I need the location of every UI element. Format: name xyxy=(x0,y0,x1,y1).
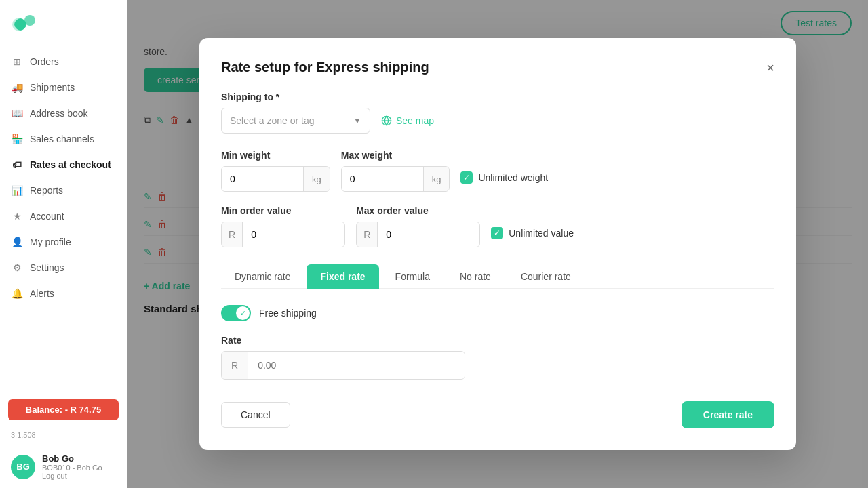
min-weight-label: Min weight xyxy=(221,150,330,161)
rate-label: Rate xyxy=(221,335,774,346)
shipping-to-row: Select a zone or tag ▼ See map xyxy=(221,108,774,134)
tag-icon: 🏷 xyxy=(11,159,23,171)
modal-overlay: Rate setup for Express shipping × Shippi… xyxy=(127,0,868,488)
unlimited-weight-label: Unlimited weight xyxy=(478,172,548,183)
toggle-check-icon: ✓ xyxy=(240,310,245,317)
rate-prefix: R xyxy=(222,352,248,379)
min-order-label: Min order value xyxy=(221,205,345,216)
globe-icon xyxy=(381,115,392,126)
max-weight-input-wrap: kg xyxy=(341,166,450,192)
max-order-input-wrap: R xyxy=(356,222,480,247)
min-weight-input[interactable] xyxy=(222,167,303,191)
rate-input[interactable] xyxy=(248,352,465,379)
truck-icon: 🚚 xyxy=(11,81,23,94)
zone-select-placeholder: Select a zone or tag xyxy=(230,115,315,126)
max-order-group: Max order value R xyxy=(356,205,480,247)
modal-title: Rate setup for Express shipping xyxy=(221,60,429,75)
modal-footer: Cancel Create rate xyxy=(221,401,774,428)
version-label: 3.1.508 xyxy=(0,426,127,445)
modal-close-button[interactable]: × xyxy=(766,61,774,75)
sidebar-item-label: Shipments xyxy=(30,82,75,93)
max-weight-group: Max weight kg xyxy=(341,150,450,192)
min-weight-group: Min weight kg xyxy=(221,150,330,192)
logo xyxy=(0,0,127,46)
rate-tabs: Dynamic rate Fixed rate Formula No rate … xyxy=(221,264,774,289)
min-weight-input-wrap: kg xyxy=(221,166,330,192)
unlimited-value-label: Unlimited value xyxy=(509,228,574,239)
star-icon: ★ xyxy=(11,210,23,222)
sidebar-item-label: Orders xyxy=(30,56,59,67)
zone-select[interactable]: Select a zone or tag ▼ xyxy=(221,108,370,134)
weight-unit-label-2: kg xyxy=(423,167,450,191)
free-shipping-toggle[interactable]: ✓ xyxy=(221,305,251,321)
svg-point-1 xyxy=(24,15,35,26)
order-value-row: Min order value R Max order value R ✓ Un xyxy=(221,205,774,247)
sidebar-item-alerts[interactable]: 🔔 Alerts xyxy=(0,281,127,306)
user-id: BOB010 - Bob Go xyxy=(42,464,102,472)
see-map-label: See map xyxy=(396,115,434,126)
sidebar-item-label: Alerts xyxy=(30,288,54,299)
balance-display: Balance: - R 74.75 xyxy=(8,399,119,420)
min-order-input-wrap: R xyxy=(221,222,345,247)
min-order-input[interactable] xyxy=(243,222,344,247)
chart-icon: 📊 xyxy=(11,184,23,197)
toggle-knob: ✓ xyxy=(236,306,250,320)
sidebar-item-label: Settings xyxy=(30,262,64,273)
logout-link[interactable]: Log out xyxy=(42,472,102,480)
unlimited-weight-checkbox[interactable]: ✓ Unlimited weight xyxy=(460,171,548,184)
sidebar-nav: ⊞ Orders 🚚 Shipments 📖 Address book 🏪 Sa… xyxy=(0,46,127,394)
user-profile: BG Bob Go BOB010 - Bob Go Log out xyxy=(0,445,127,488)
currency-prefix-1: R xyxy=(222,222,243,247)
max-weight-input[interactable] xyxy=(342,167,423,191)
chevron-down-icon: ▼ xyxy=(353,116,361,125)
avatar: BG xyxy=(11,455,35,479)
create-rate-button[interactable]: Create rate xyxy=(682,401,774,428)
sidebar-item-address-book[interactable]: 📖 Address book xyxy=(0,100,127,126)
sidebar-item-orders[interactable]: ⊞ Orders xyxy=(0,49,127,75)
weight-unit-label: kg xyxy=(303,167,330,191)
weight-row: Min weight kg Max weight kg ✓ Unlimited xyxy=(221,150,774,192)
sidebar-item-settings[interactable]: ⚙ Settings xyxy=(0,255,127,281)
sidebar: ⊞ Orders 🚚 Shipments 📖 Address book 🏪 Sa… xyxy=(0,0,127,488)
see-map-link[interactable]: See map xyxy=(381,115,434,126)
min-order-group: Min order value R xyxy=(221,205,345,247)
sidebar-item-account[interactable]: ★ Account xyxy=(0,203,127,229)
unlimited-value-checkbox[interactable]: ✓ Unlimited value xyxy=(491,227,574,239)
tab-no-rate[interactable]: No rate xyxy=(446,264,505,289)
sidebar-item-label: Account xyxy=(30,211,64,222)
store-icon: 🏪 xyxy=(11,133,23,145)
tab-formula[interactable]: Formula xyxy=(382,264,443,289)
sidebar-item-label: Address book xyxy=(30,108,88,119)
sidebar-item-my-profile[interactable]: 👤 My profile xyxy=(0,229,127,255)
sidebar-item-label: My profile xyxy=(30,237,71,247)
sidebar-item-label: Reports xyxy=(30,185,63,196)
checkbox-checked-icon-2: ✓ xyxy=(491,227,503,239)
person-icon: 👤 xyxy=(11,236,23,248)
user-info: Bob Go BOB010 - Bob Go Log out xyxy=(42,453,102,480)
max-order-label: Max order value xyxy=(356,205,480,216)
tab-dynamic-rate[interactable]: Dynamic rate xyxy=(221,264,304,289)
rate-section: Rate R xyxy=(221,335,774,380)
main-content: Test rates store. create service level ⧉… xyxy=(127,0,868,488)
sidebar-item-reports[interactable]: 📊 Reports xyxy=(0,178,127,203)
sidebar-item-label: Rates at checkout xyxy=(30,159,111,170)
book-icon: 📖 xyxy=(11,107,23,119)
sidebar-item-sales-channels[interactable]: 🏪 Sales channels xyxy=(0,126,127,152)
shipping-to-label: Shipping to * xyxy=(221,92,774,102)
cancel-button[interactable]: Cancel xyxy=(221,402,290,428)
max-weight-label: Max weight xyxy=(341,150,450,161)
sidebar-item-shipments[interactable]: 🚚 Shipments xyxy=(0,75,127,100)
free-shipping-label: Free shipping xyxy=(259,308,317,319)
tab-fixed-rate[interactable]: Fixed rate xyxy=(307,264,378,289)
gear-icon: ⚙ xyxy=(11,262,23,274)
free-shipping-row: ✓ Free shipping xyxy=(221,305,774,321)
bell-icon: 🔔 xyxy=(11,287,23,300)
rate-setup-modal: Rate setup for Express shipping × Shippi… xyxy=(199,38,796,450)
modal-header: Rate setup for Express shipping × xyxy=(221,60,774,75)
sidebar-item-rates-at-checkout[interactable]: 🏷 Rates at checkout xyxy=(0,152,127,178)
grid-icon: ⊞ xyxy=(11,56,23,68)
sidebar-item-label: Sales channels xyxy=(30,134,94,144)
max-order-input[interactable] xyxy=(378,222,479,247)
user-name: Bob Go xyxy=(42,453,102,464)
tab-courier-rate[interactable]: Courier rate xyxy=(507,264,585,289)
